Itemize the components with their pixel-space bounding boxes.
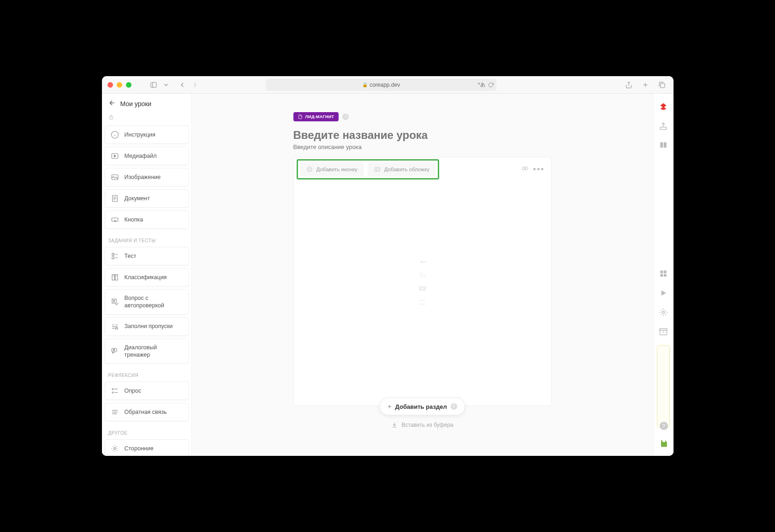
close-window-button[interactable]: [107, 82, 113, 88]
ph-image-icon: [416, 256, 429, 265]
info-icon: [111, 131, 119, 139]
svg-rect-0: [151, 82, 156, 87]
main-content: ЛИД-МАГНИТ ? Добавить иконку Добавить об…: [192, 94, 653, 456]
nav-back-button[interactable]: [177, 79, 188, 90]
lock-icon: 🔒: [362, 82, 368, 87]
plus-icon: +: [388, 403, 391, 410]
sidebar-item-document[interactable]: Документ: [105, 189, 189, 208]
svg-rect-25: [115, 275, 117, 280]
grid-icon[interactable]: [659, 269, 668, 278]
share-icon[interactable]: [623, 79, 634, 90]
svg-rect-5: [661, 83, 665, 87]
upload-icon[interactable]: [659, 121, 668, 131]
sidebar-item-survey[interactable]: Опрос: [105, 382, 189, 400]
address-bar[interactable]: 🔒 coreapp.dev ᴬあ: [266, 79, 496, 91]
sidebar-item-label: Тест: [125, 252, 137, 260]
archive-icon[interactable]: [659, 327, 668, 336]
svg-marker-12: [114, 155, 116, 157]
browser-window: 🔒 coreapp.dev ᴬあ: [102, 76, 674, 456]
placeholder-stack: [416, 256, 429, 307]
svg-rect-34: [115, 328, 118, 329]
lock-row[interactable]: [102, 114, 191, 126]
svg-point-45: [307, 167, 312, 172]
logo-icon[interactable]: [659, 102, 668, 111]
highlight-box: Добавить иконку Добавить обложку: [297, 159, 439, 179]
svg-point-57: [419, 300, 420, 301]
button-icon: [111, 215, 119, 224]
gear-icon[interactable]: [659, 308, 668, 317]
translate-icon[interactable]: ᴬあ: [478, 81, 485, 88]
sidebar-toggle-icon[interactable]: [148, 79, 159, 90]
shuffle-icon[interactable]: [521, 165, 529, 172]
sidebar-item-media[interactable]: Медиафайл: [105, 147, 189, 165]
sidebar-item-label: Опрос: [125, 387, 142, 395]
sidebar-item-instruction[interactable]: Инструкция: [105, 126, 189, 144]
svg-point-39: [112, 392, 113, 393]
image-icon: [374, 166, 381, 173]
help-button[interactable]: ?: [660, 422, 668, 430]
svg-rect-64: [664, 270, 667, 273]
download-icon: [391, 422, 398, 428]
svg-rect-21: [112, 257, 114, 259]
lesson-title-input[interactable]: [293, 129, 552, 142]
svg-point-59: [419, 304, 420, 305]
lock-icon: [108, 114, 114, 120]
add-section-label: Добавить раздел: [395, 403, 447, 410]
svg-rect-63: [660, 270, 663, 273]
play-icon[interactable]: [659, 288, 668, 298]
lead-magnet-tag[interactable]: ЛИД-МАГНИТ: [293, 112, 339, 121]
document-icon: [298, 114, 303, 119]
svg-rect-69: [660, 330, 667, 335]
more-icon[interactable]: •••: [533, 165, 545, 174]
sidebar-item-label: Сторонние: [125, 445, 154, 452]
new-tab-icon[interactable]: [640, 79, 651, 90]
sidebar-item-image[interactable]: Изображение: [105, 168, 189, 186]
sidebar-item-autocheck[interactable]: T Вопрос с автопроверкой: [105, 289, 189, 315]
help-icon[interactable]: ?: [342, 114, 349, 120]
svg-rect-62: [660, 127, 666, 130]
svg-rect-24: [112, 275, 114, 280]
sidebar-item-label: Инструкция: [125, 131, 155, 138]
nav-forward-button[interactable]: [190, 79, 201, 90]
svg-rect-72: [662, 440, 665, 442]
autocheck-icon: T: [111, 298, 119, 306]
sidebar-item-label: Диалоговый тренажер: [125, 344, 183, 359]
sticky-panel[interactable]: [657, 345, 670, 428]
paste-button[interactable]: Вставить из буфера: [391, 422, 453, 428]
save-icon[interactable]: [660, 439, 668, 449]
lesson-desc-input[interactable]: [293, 143, 552, 150]
minimize-window-button[interactable]: [117, 82, 122, 88]
svg-point-47: [310, 168, 310, 169]
canvas-card: Добавить иконку Добавить обложку •••: [293, 157, 552, 406]
sidebar-item-label: Обратная связь: [125, 408, 167, 416]
sidebar-item-classification[interactable]: Классификация: [105, 268, 189, 287]
tag-row: ЛИД-МАГНИТ ?: [293, 112, 552, 121]
sidebar-item-blanks[interactable]: Заполни пропуски: [105, 317, 189, 336]
tabs-icon[interactable]: [656, 79, 668, 90]
svg-point-49: [376, 168, 377, 169]
survey-icon: [111, 387, 119, 395]
chevron-down-icon[interactable]: [163, 79, 169, 90]
book-icon[interactable]: [659, 141, 668, 150]
sidebar-item-dialog[interactable]: A Диалоговый тренажер: [105, 339, 189, 364]
section-label-tests: ЗАДАНИЯ И ТЕСТЫ: [105, 232, 189, 247]
add-cover-button[interactable]: Добавить обложку: [368, 162, 436, 176]
document-icon: [111, 194, 119, 203]
sidebar-item-label: Классификация: [125, 274, 167, 281]
back-arrow-icon[interactable]: [108, 99, 116, 108]
back-label: Мои уроки: [120, 100, 152, 108]
add-icon-button[interactable]: Добавить иконку: [300, 162, 364, 176]
maximize-window-button[interactable]: [126, 82, 131, 88]
back-header[interactable]: Мои уроки: [102, 94, 191, 114]
sidebar-item-external[interactable]: Сторонние: [105, 439, 189, 456]
reload-icon[interactable]: [488, 82, 494, 88]
classification-icon: [111, 273, 119, 281]
add-section-button[interactable]: + Добавить раздел ?: [380, 398, 465, 415]
sidebar-item-label: Медиафайл: [125, 152, 157, 160]
sidebar-item-button[interactable]: Кнопка: [105, 210, 189, 229]
sidebar-item-feedback[interactable]: Обратная связь: [105, 403, 189, 421]
sidebar-item-test[interactable]: Тест: [105, 247, 189, 265]
svg-marker-67: [662, 290, 666, 296]
play-box-icon: [111, 152, 119, 160]
add-icon-label: Добавить иконку: [316, 167, 358, 172]
